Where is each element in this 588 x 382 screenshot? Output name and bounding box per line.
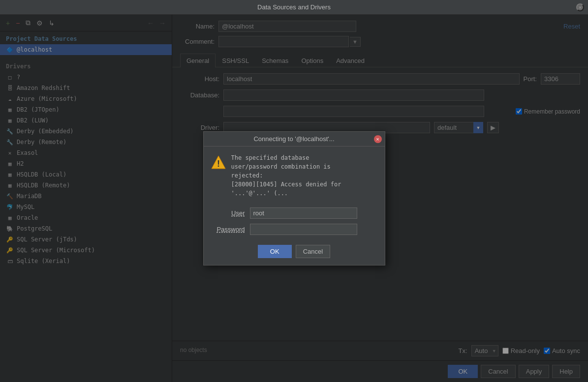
svg-text:!: ! (217, 159, 220, 169)
modal-title-bar: Connecting to '@localhost'... × (204, 132, 385, 147)
modal-footer: OK Cancel (204, 241, 385, 265)
modal-cancel-button[interactable]: Cancel (296, 245, 330, 258)
modal-user-row: User (211, 207, 378, 219)
modal-dialog: Connecting to '@localhost'... × ! The sp… (203, 131, 385, 265)
modal-close-button[interactable]: × (374, 135, 382, 143)
window-title: Data Sources and Drivers (257, 3, 331, 11)
modal-password-label: Password (211, 226, 245, 233)
window-close-button[interactable]: × (576, 3, 584, 11)
modal-message-text: The specified databaseuser/password comb… (231, 153, 341, 198)
warning-icon: ! (211, 154, 226, 170)
modal-title: Connecting to '@localhost'... (253, 135, 334, 143)
modal-user-label: User (211, 209, 245, 217)
modal-user-input[interactable] (250, 207, 357, 219)
modal-body: ! The specified databaseuser/password co… (204, 147, 385, 207)
modal-overlay: Connecting to '@localhost'... × ! The sp… (0, 15, 588, 382)
modal-ok-button[interactable]: OK (258, 245, 292, 258)
modal-message-row: ! The specified databaseuser/password co… (211, 153, 378, 198)
modal-form: User Password (204, 207, 385, 241)
modal-password-row: Password (211, 224, 378, 235)
title-bar: Data Sources and Drivers × (0, 0, 588, 15)
modal-password-input[interactable] (250, 224, 357, 235)
